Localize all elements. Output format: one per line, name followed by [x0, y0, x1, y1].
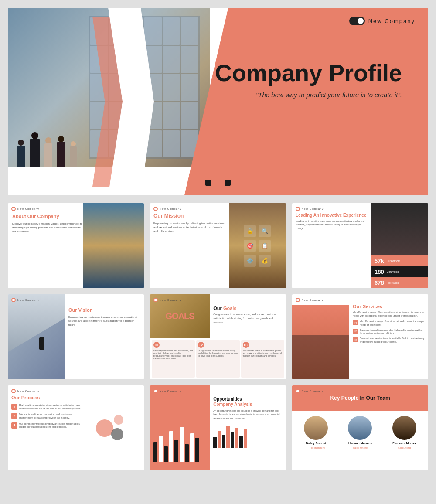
brand-text-goals: New Company — [160, 299, 181, 301]
brand-text-team: New Company — [302, 390, 324, 392]
brand-dot-vision — [11, 298, 16, 302]
process-num-3: 3 — [11, 422, 17, 429]
slide-leading-content: Leading An Innovative Experience Leading… — [292, 203, 371, 288]
service-item-1: 01 We offer a wide range of services tai… — [353, 320, 425, 327]
hero-quote: "The best way to predict your future is … — [215, 91, 402, 99]
mission-icon-3: 🎯 — [244, 240, 256, 252]
mission-icon-6: 💰 — [259, 255, 271, 267]
slide-opps-heading: Opportunities Company Analysis — [213, 397, 283, 407]
brand-toggle-icon — [349, 17, 365, 25]
goal-step-1: 01 Driven by innovation and excellence, … — [152, 340, 195, 378]
goal-step-3: 03 We strive to achieve sustainable grow… — [241, 340, 284, 378]
brand-dot-goals — [153, 298, 158, 302]
slide-goals: New Company GOALS Our Goals Our goals ar… — [150, 294, 286, 379]
slide-opps-image — [150, 385, 210, 470]
slide-leading-body: Leading an innovative experience require… — [296, 219, 368, 230]
dot-2[interactable] — [215, 180, 221, 186]
process-item-2: 2 We practice efficiency, innovation, an… — [11, 413, 86, 419]
slide-vision-brand: New Company — [11, 298, 39, 302]
member-1-name: Bailey Dupont — [306, 442, 326, 445]
mission-icons: 🔒 🔍 🎯 📋 ⚙️ 💰 — [239, 221, 275, 271]
hero-slide: New Company Company Profile "The best wa… — [8, 8, 428, 195]
brand-dot-opps — [153, 389, 158, 393]
slide-goals-content: Our Goals Our goals are to innovate, exc… — [210, 302, 286, 328]
brand-dot-process — [11, 389, 16, 393]
service-num-1: 01 — [353, 320, 358, 325]
slide-about-brand: New Company — [11, 207, 39, 211]
about-heading-highlight: Company — [37, 214, 59, 219]
slide-mission-heading: Our Mission — [153, 213, 225, 219]
leading-heading-highlight: Innovative Experience — [320, 213, 367, 218]
mc-bar-4 — [226, 426, 230, 448]
services-heading-text: Our — [353, 304, 361, 309]
member-3-role: Accounting — [398, 446, 411, 449]
team-members: Bailey Dupont IT Programming Hannah Mora… — [292, 411, 428, 453]
gear-2 — [111, 428, 123, 440]
team-member-3: Francois Mercer Accounting — [392, 416, 416, 449]
goals-heading-text: Our — [213, 306, 222, 311]
step-num-2: 02 — [198, 342, 204, 348]
goals-heading-highlight: Goals — [223, 306, 237, 311]
brand-text-mission: New Company — [160, 208, 181, 210]
hero-title: Company Profile — [215, 60, 402, 86]
slide-leading-heading: Leading An Innovative Experience — [296, 213, 368, 218]
step-num-3: 03 — [243, 342, 249, 348]
stat-countries-num: 180 — [375, 269, 384, 275]
team-heading-highlight: In Our Team — [360, 395, 390, 401]
slide-services-heading: Our Services — [353, 304, 425, 309]
step-text-1: Driven by innovation and excellence, our… — [153, 349, 193, 360]
opps-heading-highlight: Company Analysis — [213, 402, 252, 407]
leading-photo — [371, 203, 428, 255]
brand-dot-mission — [153, 207, 158, 211]
mc-bar-1 — [213, 437, 217, 448]
step-text-2: Our goals are to innovate continuously a… — [198, 349, 238, 357]
slide-services-body: We offer a wide range of high-quality se… — [353, 311, 425, 317]
vision-heading-highlight: Vision — [78, 307, 93, 313]
opps-bars-left — [153, 418, 199, 462]
brand-dot-services — [296, 298, 300, 302]
slide-mission: New Company 🔒 🔍 🎯 📋 ⚙️ 💰 Our Mission Emp… — [150, 203, 286, 288]
process-num-2: 2 — [11, 413, 17, 419]
stat-customers: 57k Customers — [371, 255, 428, 266]
bar-8 — [190, 433, 194, 462]
brand-dot-team — [296, 389, 300, 393]
process-text-3: Our commitment to sustainability and soc… — [19, 422, 86, 429]
bar-6 — [180, 427, 184, 462]
dot-3[interactable] — [225, 180, 231, 186]
slide-goals-heading: Our Goals — [213, 306, 283, 311]
goals-steps: 01 Driven by innovation and excellence, … — [150, 338, 286, 379]
service-item-2: 02 Our experienced team provides high-qu… — [353, 329, 425, 335]
dot-1[interactable] — [205, 180, 211, 186]
bar-9 — [195, 438, 199, 462]
brand-text-about: New Company — [17, 208, 39, 210]
opps-mini-chart — [213, 424, 283, 448]
brand-dot-leading — [296, 207, 300, 211]
services-image-overlay — [292, 335, 349, 379]
slides-grid: New Company About Our Company Discover o… — [8, 203, 428, 470]
mc-bar-5 — [231, 432, 234, 448]
brand-text-vision: New Company — [17, 299, 39, 301]
slide-process: New Company Our Process 1 High-quality p… — [8, 385, 144, 470]
slide-about-body: Discover our company's mission, values, … — [12, 222, 82, 234]
goal-step-2: 02 Our goals are to innovate continuousl… — [196, 340, 239, 378]
bar-3 — [164, 446, 168, 462]
bar-2 — [159, 436, 163, 462]
slide-mission-brand: New Company — [153, 207, 181, 211]
mission-icon-4: 📋 — [259, 240, 271, 252]
member-3-name: Francois Mercer — [392, 442, 416, 445]
mission-heading-text: Our — [153, 213, 163, 219]
mission-heading-highlight: Mission — [164, 213, 184, 219]
stat-followers-label: Followers — [387, 281, 399, 284]
slide-about-heading: About Our Company — [12, 214, 82, 219]
service-text-1: We offer a wide range of services tailor… — [360, 320, 425, 327]
stat-countries: 180 Countries — [371, 266, 428, 277]
brand-text-opps: New Company — [160, 390, 181, 392]
hero-title-block: Company Profile "The best way to predict… — [215, 60, 402, 99]
slide-vision: New Company Our Vision Empowering our cu… — [8, 294, 144, 379]
member-2-role: Sales Online — [353, 446, 368, 449]
stat-customers-num: 57k — [375, 258, 384, 264]
bar-1 — [153, 442, 157, 462]
service-num-2: 02 — [353, 329, 358, 334]
brand-text-leading: New Company — [302, 208, 324, 210]
hero-brand: New Company — [349, 17, 415, 25]
